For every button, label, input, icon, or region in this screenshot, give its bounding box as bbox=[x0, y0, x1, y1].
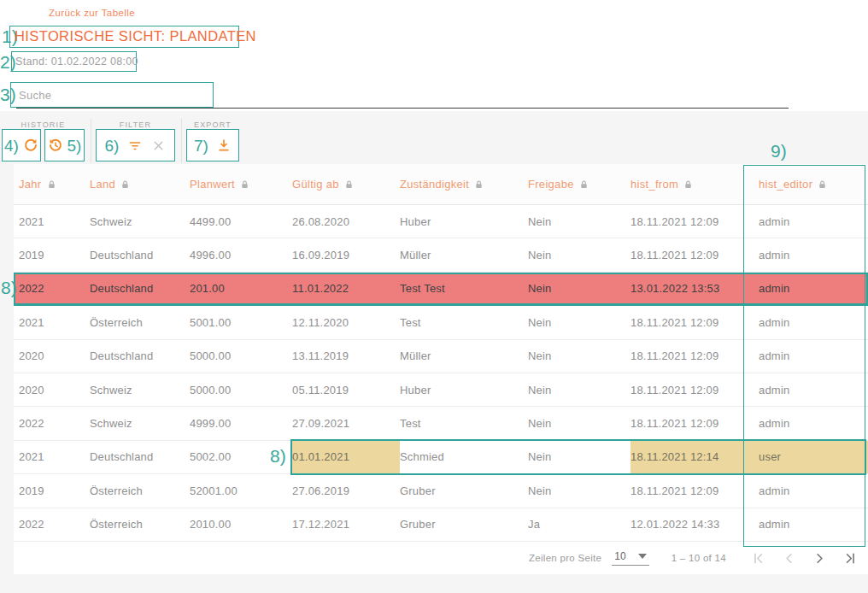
table-cell: Nein bbox=[528, 373, 630, 406]
table-cell: 18.11.2021 12:09 bbox=[630, 340, 759, 373]
table-cell: admin bbox=[759, 238, 868, 271]
toolbar-divider bbox=[181, 119, 182, 163]
table-row[interactable]: 2021Österreich5001.0012.11.2020TestNein1… bbox=[14, 306, 868, 339]
column-header-label: Freigabe bbox=[528, 178, 574, 191]
table-cell: admin bbox=[759, 373, 868, 406]
table-cell: 18.11.2021 12:09 bbox=[630, 407, 759, 439]
table-cell: Müller bbox=[400, 238, 528, 271]
column-header-g-ltig-ab[interactable]: Gültig ab bbox=[292, 178, 400, 191]
table-body: 2021Schweiz4499.0026.08.2020HuberNein18.… bbox=[14, 205, 868, 542]
column-header-zust-ndigkeit[interactable]: Zuständigkeit bbox=[400, 178, 528, 191]
history-icon[interactable] bbox=[48, 138, 63, 153]
column-header-label: Jahr bbox=[19, 178, 42, 191]
table-row[interactable]: 2020Deutschland5000.0013.11.2019MüllerNe… bbox=[14, 340, 868, 373]
table-cell: 2022 bbox=[19, 508, 90, 541]
table-cell: admin bbox=[759, 474, 868, 507]
annotation-6: 6) bbox=[105, 138, 120, 154]
table-cell: 01.01.2021 bbox=[292, 441, 400, 473]
table-cell: 18.11.2021 12:09 bbox=[630, 205, 759, 238]
table-cell: 2010.00 bbox=[190, 508, 292, 541]
table-cell: 2021 bbox=[19, 205, 90, 238]
first-page-icon[interactable] bbox=[747, 547, 769, 569]
table-cell: 11.01.2022 bbox=[292, 273, 400, 305]
table-cell: 05.11.2019 bbox=[292, 373, 400, 406]
last-page-icon[interactable] bbox=[839, 547, 861, 569]
table-cell: user bbox=[759, 441, 868, 473]
table-cell: 4999.00 bbox=[190, 407, 292, 439]
table-cell: Schweiz bbox=[90, 407, 190, 439]
lock-icon bbox=[683, 179, 693, 190]
annotation-5: 5) bbox=[67, 138, 82, 154]
table-cell: 2020 bbox=[19, 340, 90, 373]
annotation-box-filter: 6) bbox=[96, 129, 175, 161]
filter-icon[interactable] bbox=[127, 138, 143, 153]
table-header-row: JahrLandPlanwertGültig abZuständigkeitFr… bbox=[14, 164, 868, 205]
table-cell: 27.06.2019 bbox=[292, 474, 400, 507]
table-cell: Schweiz bbox=[90, 205, 190, 238]
export-download-icon[interactable] bbox=[216, 138, 232, 153]
table-cell: Nein bbox=[528, 407, 630, 439]
table-cell: Huber bbox=[400, 205, 528, 238]
chevron-down-icon bbox=[638, 554, 647, 559]
table-row[interactable]: 2021Deutschland5002.0001.01.2021SchmiedN… bbox=[14, 441, 868, 474]
table-cell: 2019 bbox=[19, 238, 90, 271]
table-cell: Nein bbox=[528, 306, 630, 338]
table-cell: Gruber bbox=[400, 474, 528, 507]
table-cell: 18.11.2021 12:09 bbox=[630, 306, 759, 338]
table-cell: Deutschland bbox=[90, 340, 190, 373]
column-header-planwert[interactable]: Planwert bbox=[190, 178, 292, 191]
column-header-hist_editor[interactable]: hist_editor bbox=[759, 178, 868, 191]
table-cell: Nein bbox=[528, 441, 630, 473]
table-cell: 13.11.2019 bbox=[292, 340, 400, 373]
column-header-hist_from[interactable]: hist_from bbox=[630, 178, 759, 191]
clear-filter-icon[interactable] bbox=[151, 138, 166, 153]
column-header-jahr[interactable]: Jahr bbox=[19, 178, 90, 191]
rows-per-page-select[interactable]: 10 bbox=[612, 550, 648, 566]
table-cell: admin bbox=[759, 205, 868, 238]
lock-icon bbox=[240, 179, 249, 190]
table-row[interactable]: 2019Deutschland4996.0016.09.2019MüllerNe… bbox=[14, 238, 868, 272]
previous-page-icon[interactable] bbox=[777, 547, 800, 569]
table-row[interactable]: 2022Österreich2010.0017.12.2021GruberJa1… bbox=[14, 508, 868, 542]
stand-timestamp: Stand: 01.02.2022 08:00 bbox=[15, 56, 138, 68]
table-cell: 27.09.2021 bbox=[292, 407, 400, 439]
table-cell: 2022 bbox=[19, 273, 90, 305]
table-cell: Schmied bbox=[400, 441, 528, 473]
table-cell: 13.01.2022 13:53 bbox=[630, 273, 759, 305]
pagination-range: 1 – 10 of 14 bbox=[672, 553, 726, 563]
column-header-freigabe[interactable]: Freigabe bbox=[528, 178, 630, 191]
table-row[interactable]: 2021Schweiz4499.0026.08.2020HuberNein18.… bbox=[14, 205, 868, 238]
filter-group-label: FILTER bbox=[96, 120, 175, 129]
rows-per-page-label: Zeilen pro Seite bbox=[529, 553, 601, 563]
table-cell: 18.11.2021 12:09 bbox=[630, 238, 759, 271]
lock-icon bbox=[818, 179, 827, 190]
rows-per-page-value: 10 bbox=[614, 550, 625, 562]
pagination-nav bbox=[747, 547, 861, 569]
table-row[interactable]: 2022Deutschland201.0011.01.2022Test Test… bbox=[14, 273, 868, 306]
table-cell: admin bbox=[759, 508, 868, 541]
table-cell: Test bbox=[400, 306, 528, 338]
table-cell: admin bbox=[759, 407, 868, 439]
table-cell: admin bbox=[759, 306, 868, 338]
back-to-table-link[interactable]: Zurück zur Tabelle bbox=[49, 8, 135, 18]
historie-group-label: HISTORIE bbox=[2, 120, 85, 129]
table-row[interactable]: 2022Schweiz4999.0027.09.2021TestNein18.1… bbox=[14, 407, 868, 440]
table-cell: Österreich bbox=[90, 474, 190, 507]
table-cell: Nein bbox=[528, 205, 630, 238]
table-row[interactable]: 2019Österreich52001.0027.06.2019GruberNe… bbox=[14, 474, 868, 508]
export-group-label: EXPORT bbox=[186, 120, 239, 129]
table-cell: 5000.00 bbox=[190, 340, 292, 373]
table-row[interactable]: 2020Schweiz5000.0005.11.2019HuberNein18.… bbox=[14, 373, 868, 407]
annotation-9: 9) bbox=[771, 142, 787, 160]
search-input[interactable] bbox=[16, 85, 789, 109]
column-header-land[interactable]: Land bbox=[90, 178, 190, 191]
table-cell: Deutschland bbox=[90, 238, 190, 271]
table-cell: Österreich bbox=[90, 306, 190, 338]
next-page-icon[interactable] bbox=[808, 547, 830, 569]
table-cell: 18.11.2021 12:14 bbox=[630, 441, 759, 473]
refresh-icon[interactable] bbox=[23, 138, 38, 153]
table-cell: Huber bbox=[400, 373, 528, 406]
annotation-box-history: 5) bbox=[44, 129, 85, 161]
table-cell: 5001.00 bbox=[190, 306, 292, 338]
table-cell: 2021 bbox=[19, 306, 90, 338]
